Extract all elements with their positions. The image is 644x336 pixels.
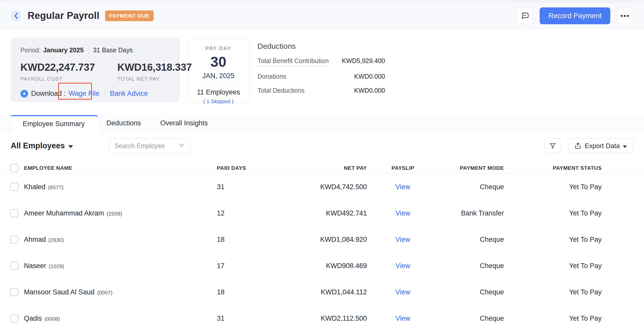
column-header-payslip: PAYSLIP: [367, 165, 439, 171]
download-row: Download : Wage File Bank Advice: [20, 90, 170, 98]
tab-label: Deductions: [106, 119, 141, 127]
more-options-button[interactable]: •••: [617, 8, 633, 24]
paid-days-value: 12: [217, 209, 250, 217]
payment-mode-value: Cheque: [439, 315, 504, 322]
caret-down-icon: [623, 146, 627, 148]
payday-card: PAY DAY 30 JAN, 2025 11 Employees ( 1 Sk…: [188, 38, 249, 103]
payslip-view-link[interactable]: View: [395, 236, 410, 243]
paid-days-value: 18: [217, 236, 250, 244]
payday-employee-count: 11 Employees: [188, 88, 249, 96]
tab-overall-insights[interactable]: Overall Insights: [151, 115, 217, 131]
payday-month-year: JAN, 2025: [188, 72, 249, 80]
payslip-view-link[interactable]: View: [395, 288, 410, 296]
base-days: 31 Base Days: [93, 46, 133, 54]
employee-filter-value: All Employees: [11, 141, 65, 150]
export-data-label: Export Data: [585, 142, 620, 150]
employee-id: (1029): [49, 263, 64, 269]
employee-id: (0007): [97, 290, 113, 295]
table-toolbar: All Employees Export Data: [0, 138, 644, 153]
payslip-view-link[interactable]: View: [395, 315, 410, 322]
divider: [105, 90, 105, 97]
row-checkbox[interactable]: [10, 235, 18, 244]
net-pay-value: KWD2,112.500: [250, 315, 367, 322]
deduction-value: KWD0.000: [354, 73, 385, 80]
deduction-value: KWD5,929.400: [342, 57, 385, 65]
net-pay-value: KWD4,742.500: [250, 183, 367, 191]
tab-label: Overall Insights: [160, 119, 208, 127]
export-icon: [575, 142, 581, 149]
record-payment-button[interactable]: Record Payment: [540, 7, 610, 24]
table-row: Ameer Muhammad Akram(2509) 12 KWD492.741…: [0, 200, 644, 226]
row-checkbox[interactable]: [10, 209, 18, 217]
skipped-employees-link[interactable]: ( 1 Skipped ): [203, 98, 233, 104]
tab-employee-summary[interactable]: Employee Summary: [11, 115, 97, 131]
chevron-down-icon[interactable]: [179, 143, 185, 147]
employee-summary-table: EMPLOYEE NAME PAID DAYS NET PAY PAYSLIP …: [0, 162, 644, 332]
payment-mode-value: Cheque: [439, 262, 504, 270]
payday-day: 30: [188, 53, 249, 70]
page-header: Regular Payroll PAYMENT DUE Record Payme…: [0, 3, 644, 29]
net-pay-value: KWD1,084.920: [250, 236, 367, 244]
ellipsis-icon: •••: [621, 13, 630, 19]
bank-advice-link[interactable]: Bank Advice: [110, 90, 148, 98]
net-pay-value: KWD908.469: [250, 262, 367, 270]
paid-days-value: 31: [217, 315, 250, 322]
deduction-label: Total Benefit Contribution: [257, 57, 329, 66]
window-top-strip: [0, 0, 644, 3]
employee-id: (0008): [45, 316, 60, 322]
column-header-payment-status: PAYMENT STATUS: [504, 165, 602, 171]
amounts-row: KWD22,247.737 PAYROLL COST KWD16,318.337…: [20, 62, 170, 82]
period-label: Period:: [20, 46, 41, 54]
wage-file-link[interactable]: Wage File: [69, 90, 100, 98]
payroll-cost-label: PAYROLL COST: [20, 76, 95, 82]
paid-days-value: 17: [217, 262, 250, 270]
page-title: Regular Payroll: [28, 10, 100, 21]
period-line: Period: January 2025 31 Base Days: [20, 46, 170, 54]
employee-name: Naseer: [24, 262, 46, 270]
payment-status-value: Yet To Pay: [504, 183, 602, 191]
column-header-employee-name: EMPLOYEE NAME: [24, 165, 217, 171]
download-label: Download :: [31, 90, 66, 98]
row-checkbox[interactable]: [10, 288, 18, 296]
table-row: Ahmad(2930) 18 KWD1,084.920 View Cheque …: [0, 226, 644, 253]
net-pay-value: KWD492.741: [250, 209, 367, 217]
payroll-cost-block: KWD22,247.737 PAYROLL COST: [20, 62, 95, 82]
employee-id: (2930): [48, 237, 64, 243]
payment-mode-value: Bank Transfer: [439, 209, 504, 217]
row-checkbox[interactable]: [10, 183, 18, 191]
table-row: Naseer(1029) 17 KWD908.469 View Cheque Y…: [0, 253, 644, 279]
filter-button[interactable]: [545, 138, 561, 153]
chat-button[interactable]: [517, 8, 533, 24]
deductions-title: Deductions: [257, 42, 385, 51]
divider: [88, 47, 89, 54]
row-checkbox[interactable]: [10, 314, 18, 322]
employee-name: Khaled: [24, 183, 45, 191]
tab-bar: Employee Summary Deductions Overall Insi…: [0, 114, 644, 131]
status-badge: PAYMENT DUE: [105, 10, 154, 21]
column-header-net-pay: NET PAY: [250, 165, 367, 171]
payroll-summary-card: Period: January 2025 31 Base Days KWD22,…: [11, 38, 180, 102]
employee-filter-dropdown[interactable]: All Employees: [11, 141, 73, 150]
table-header-row: EMPLOYEE NAME PAID DAYS NET PAY PAYSLIP …: [0, 162, 644, 174]
deduction-label: Total Deductions: [257, 87, 305, 94]
deduction-value: KWD0.000: [354, 87, 385, 94]
payslip-view-link[interactable]: View: [395, 209, 410, 217]
tab-deductions[interactable]: Deductions: [97, 115, 151, 131]
search-employee-input[interactable]: [109, 138, 190, 153]
caret-down-icon: [68, 145, 73, 148]
payroll-cost-value: KWD22,247.737: [20, 62, 95, 73]
employee-name: Mansoor Saud Al Saud: [24, 288, 94, 296]
export-data-button[interactable]: Export Data: [568, 138, 633, 153]
row-checkbox[interactable]: [10, 262, 18, 270]
back-button[interactable]: [11, 10, 21, 21]
payslip-view-link[interactable]: View: [395, 183, 410, 191]
payslip-view-link[interactable]: View: [395, 262, 410, 270]
deduction-row: Total Benefit Contribution KWD5,929.400: [257, 57, 385, 66]
employee-name: Ahmad: [24, 236, 46, 243]
select-all-checkbox[interactable]: [10, 164, 18, 172]
period-value: January 2025: [43, 46, 83, 54]
deduction-label: Donations: [257, 73, 286, 80]
employee-name: Qadis: [24, 315, 42, 322]
payment-mode-value: Cheque: [439, 288, 504, 296]
chat-bubble-icon: [521, 12, 529, 20]
